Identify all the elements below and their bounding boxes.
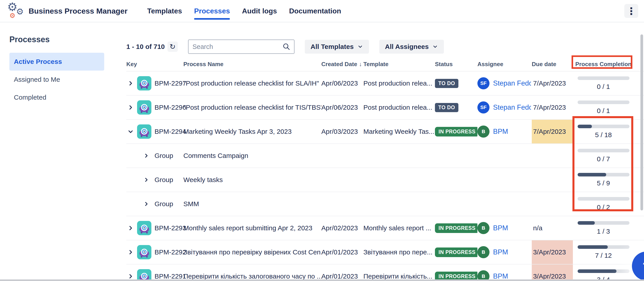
assignee[interactable]: SF Stepan Fedori <box>478 77 532 89</box>
progress-bar <box>578 221 630 225</box>
chevron-right-icon[interactable] <box>127 80 134 87</box>
process-key: BPM-2293 <box>154 224 186 232</box>
col-template: Template <box>363 61 435 68</box>
vertical-scrollbar[interactable] <box>640 34 643 210</box>
status-badge: TO DO <box>435 103 458 112</box>
chevron-right-icon[interactable] <box>127 273 134 280</box>
chevron-right-icon[interactable] <box>127 225 134 231</box>
table-row-group[interactable]: Group Comments Campaign 0 / 7 <box>126 144 644 168</box>
table-row-group[interactable]: Group Weekly tasks 5 / 9 <box>126 168 644 192</box>
process-icon <box>137 124 152 139</box>
completion-fraction: 7 / 12 <box>595 252 612 259</box>
tab-processes[interactable]: Processes <box>194 0 230 22</box>
assignee-name: BPM <box>493 272 508 280</box>
table-row-group[interactable]: Group SMM 0 / 2 <box>126 192 644 216</box>
tab-documentation[interactable]: Documentation <box>289 0 341 22</box>
chevron-right-icon[interactable] <box>127 104 134 111</box>
content-area: Processes Active Process Assigned to Me … <box>0 22 644 281</box>
table-row[interactable]: BPM-2292 Звітування про перевірку ввірен… <box>126 240 644 265</box>
sort-desc-icon: ↓ <box>359 61 362 67</box>
col-process-completion: Process Completion <box>573 61 634 68</box>
more-menu-button[interactable]: ⋮ <box>624 4 638 18</box>
avatar: B <box>478 222 490 234</box>
process-name: "Post production release checklist for T… <box>183 104 321 111</box>
app-logo: ⚙ ⚙ ⚙ <box>6 1 26 21</box>
assignee[interactable]: B BPM <box>478 246 532 258</box>
chevron-down-icon <box>357 44 363 50</box>
process-name: Marketing Weekly Tasks Apr 3, 2023 <box>183 128 321 135</box>
completion-fraction: 5 / 18 <box>595 131 612 139</box>
chevron-down-icon <box>432 44 438 50</box>
table-row[interactable]: BPM-2294 Marketing Weekly Tasks Apr 3, 2… <box>126 120 644 144</box>
chevron-right-icon[interactable] <box>143 152 150 159</box>
tab-audit-logs[interactable]: Audit logs <box>242 0 277 22</box>
assignee-name: BPM <box>493 128 508 136</box>
sidebar-item-active-process[interactable]: Active Process <box>10 53 104 71</box>
group-name: SMM <box>183 200 321 208</box>
created-date: Apr/01/2023 <box>321 273 363 280</box>
top-bar: ⚙ ⚙ ⚙ Business Process Manager Templates… <box>0 0 644 22</box>
sidebar-item-completed[interactable]: Completed <box>10 88 104 106</box>
assignee[interactable]: SF Stepan Fedori <box>478 101 532 113</box>
refresh-button[interactable]: ↻ <box>168 41 178 52</box>
toolbar: 1 - 10 of 710 ↻ All Templates <box>126 39 644 54</box>
process-key: BPM-2296 <box>154 104 186 111</box>
table-row[interactable]: BPM-2291 Перевірити кількість залоговано… <box>126 265 644 281</box>
chevron-right-icon[interactable] <box>127 249 134 256</box>
avatar: SF <box>478 101 490 113</box>
completion-fraction: 0 / 1 <box>597 83 610 90</box>
process-icon <box>137 100 152 115</box>
process-icon <box>137 221 152 235</box>
table-header: Key Process Name Created Date↓ Template … <box>126 57 644 71</box>
window-bottom-edge <box>0 280 644 281</box>
process-key: BPM-2294 <box>154 128 186 135</box>
process-completion: 0 / 1 <box>573 76 634 90</box>
completion-fraction: 0 / 7 <box>597 155 610 163</box>
template-name: Marketing Weekly Tas... <box>363 128 435 135</box>
due-date: 7/Apr/2023 <box>532 120 573 143</box>
completion-fraction: 1 / 3 <box>597 228 610 235</box>
table-row[interactable]: BPM-2293 Monthly sales report submitting… <box>126 216 644 240</box>
progress-bar <box>578 149 630 152</box>
status-badge: TO DO <box>435 79 458 88</box>
assignee[interactable]: B BPM <box>478 222 532 234</box>
app-window: ⚙ ⚙ ⚙ Business Process Manager Templates… <box>0 0 644 281</box>
col-due-date: Due date <box>532 61 573 68</box>
chevron-right-icon[interactable] <box>143 201 150 207</box>
created-date: Apr/01/2023 <box>321 248 363 256</box>
assignee-name: Stepan Fedori <box>493 103 531 111</box>
assignee[interactable]: B BPM <box>478 126 532 138</box>
progress-bar <box>578 245 630 249</box>
created-date-label: Created Date <box>321 61 357 67</box>
col-created-date[interactable]: Created Date↓ <box>321 61 363 68</box>
col-key: Key <box>126 61 183 68</box>
sidebar-title: Processes <box>10 35 126 44</box>
refresh-icon: ↻ <box>170 42 176 51</box>
tab-templates[interactable]: Templates <box>147 0 182 22</box>
progress-bar <box>578 173 630 176</box>
col-assignee: Assignee <box>478 61 532 68</box>
chevron-right-icon[interactable] <box>143 176 150 183</box>
assignees-filter-button[interactable]: All Assignees <box>379 40 444 54</box>
process-key: BPM-2291 <box>154 273 186 280</box>
sidebar-item-assigned-to-me[interactable]: Assigned to Me <box>10 71 104 88</box>
process-name: Звітування про перевірку ввірених Cost C… <box>183 248 321 256</box>
process-icon <box>137 245 152 259</box>
process-icon <box>137 76 152 90</box>
templates-filter-button[interactable]: All Templates <box>305 40 369 54</box>
due-date: n/a <box>532 216 573 240</box>
table-row[interactable]: BPM-2297 "Post production release checkl… <box>126 71 644 96</box>
template-name: Monthly sales report ... <box>363 224 435 232</box>
process-completion: 5 / 18 <box>573 125 634 139</box>
kebab-icon: ⋮ <box>626 5 636 17</box>
search-input[interactable] <box>192 43 282 51</box>
process-completion: 1 / 3 <box>573 221 634 235</box>
created-date: Apr/06/2023 <box>321 79 363 87</box>
created-date: Apr/06/2023 <box>321 104 363 111</box>
chevron-down-icon[interactable] <box>127 128 134 135</box>
gear-icon: ⚙ <box>16 7 24 16</box>
group-name: Comments Campaign <box>183 152 321 160</box>
table-row[interactable]: BPM-2296 "Post production release checkl… <box>126 96 644 120</box>
process-completion: 7 / 12 <box>573 245 634 259</box>
due-date: 7/Apr/2023 <box>532 96 573 119</box>
